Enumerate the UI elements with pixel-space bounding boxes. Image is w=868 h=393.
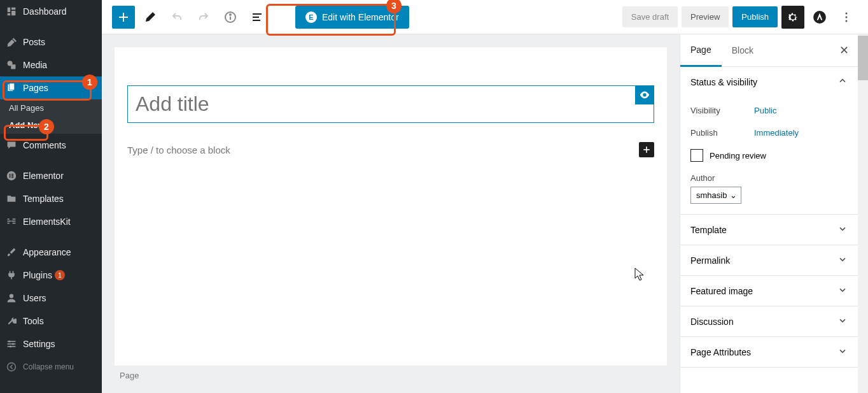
pages-submenu: All Pages Add New (0, 99, 102, 134)
wrench-icon (5, 315, 18, 327)
edit-with-elementor-button[interactable]: E Edit with Elementor (295, 6, 409, 29)
panel-header-template[interactable]: Template (680, 215, 858, 245)
sidebar-item-label: Media (23, 60, 47, 70)
sidebar-item-label: Plugins (23, 270, 52, 280)
sidebar-item-label: Tools (23, 316, 44, 326)
row-pending-review: Pending review (690, 144, 848, 169)
pin-icon (5, 36, 18, 48)
sidebar-item-comments[interactable]: Comments (0, 134, 102, 157)
chevron-down-icon (837, 346, 848, 358)
admin-sidebar: Dashboard Posts Media Pages All Pages Ad… (0, 0, 102, 393)
chevron-down-icon (837, 315, 848, 327)
sidebar-item-settings[interactable]: Settings (0, 332, 102, 355)
sidebar-item-posts[interactable]: Posts (0, 31, 102, 54)
title-input[interactable] (127, 85, 654, 123)
dashboard-icon (5, 5, 18, 18)
sidebar-item-label: Posts (23, 37, 45, 47)
svg-rect-17 (8, 343, 16, 345)
editor-main: E Edit with Elementor Save draft Preview… (102, 0, 868, 393)
submenu-add-new[interactable]: Add New (0, 117, 102, 134)
tab-block[interactable]: Block (722, 35, 764, 66)
panel-header-permalink[interactable]: Permalink (680, 245, 858, 275)
scrollbar-thumb[interactable] (858, 36, 868, 80)
sidebar-item-collapse[interactable]: Collapse menu (0, 355, 102, 378)
svg-point-33 (846, 16, 848, 18)
panel-title: Permalink (690, 255, 730, 266)
panel-page-attributes: Page Attributes (680, 337, 858, 368)
visibility-eye-icon[interactable] (635, 85, 654, 104)
svg-point-31 (813, 11, 826, 24)
redo-button[interactable] (192, 6, 215, 29)
edit-icon[interactable] (139, 6, 162, 29)
submenu-all-pages[interactable]: All Pages (0, 99, 102, 117)
publish-value[interactable]: Immediately (754, 128, 799, 138)
elementor-btn-label: Edit with Elementor (322, 12, 399, 22)
sidebar-item-appearance[interactable]: Appearance (0, 241, 102, 264)
panel-title: Template (690, 225, 727, 235)
close-panel-button[interactable]: ✕ (830, 38, 858, 62)
tab-page[interactable]: Page (680, 34, 722, 67)
svg-point-19 (8, 340, 10, 342)
block-area: Type / to choose a block (127, 142, 654, 157)
svg-rect-36 (643, 149, 650, 150)
svg-point-20 (12, 343, 14, 345)
panel-title: Featured image (690, 286, 753, 296)
svg-rect-14 (13, 223, 16, 224)
sidebar-item-label: Collapse menu (23, 362, 74, 371)
row-publish: Publish Immediately (690, 122, 848, 144)
pending-review-label: Pending review (710, 151, 766, 161)
svg-rect-3 (10, 83, 15, 90)
astra-icon[interactable] (808, 6, 831, 29)
settings-toggle-button[interactable] (781, 6, 804, 29)
sidebar-item-label: Dashboard (23, 6, 67, 17)
panel-template: Template (680, 215, 858, 245)
panel-header-page-attributes[interactable]: Page Attributes (680, 337, 858, 367)
publish-button[interactable]: Publish (732, 6, 778, 27)
scrollbar[interactable] (858, 34, 868, 393)
sidebar-item-tools[interactable]: Tools (0, 310, 102, 332)
panel-header-discussion[interactable]: Discussion (680, 306, 858, 336)
svg-point-34 (846, 20, 848, 22)
sidebar-item-pages[interactable]: Pages (0, 76, 102, 99)
info-button[interactable] (219, 6, 242, 29)
plug-icon (5, 269, 18, 282)
block-placeholder[interactable]: Type / to choose a block (127, 145, 230, 155)
svg-rect-12 (13, 218, 16, 220)
panel-header-status[interactable]: Status & visibility (680, 67, 858, 97)
visibility-value[interactable]: Public (754, 106, 776, 115)
elementskit-icon (5, 215, 18, 228)
breadcrumb-page: Page (115, 366, 667, 380)
svg-point-21 (10, 345, 11, 347)
sidebar-item-elementskit[interactable]: ElementsKit (0, 210, 102, 233)
sidebar-item-elementor[interactable]: Elementor (0, 164, 102, 187)
panel-header-featured-image[interactable]: Featured image (680, 276, 858, 306)
sidebar-item-plugins[interactable]: Plugins 1 (0, 264, 102, 287)
pending-review-checkbox[interactable] (690, 149, 703, 162)
svg-rect-10 (8, 220, 11, 222)
svg-rect-8 (11, 177, 13, 178)
preview-button[interactable]: Preview (682, 6, 729, 27)
svg-point-15 (10, 294, 13, 298)
svg-rect-28 (253, 13, 262, 15)
sidebar-item-media[interactable]: Media (0, 54, 102, 76)
sidebar-item-templates[interactable]: Templates (0, 187, 102, 210)
sidebar-item-dashboard[interactable]: Dashboard (0, 0, 102, 23)
svg-rect-7 (11, 175, 13, 176)
add-block-button[interactable] (639, 142, 654, 157)
svg-point-32 (846, 12, 848, 14)
sidebar-item-label: ElementsKit (23, 217, 71, 227)
elementor-icon (5, 169, 18, 182)
sidebar-item-users[interactable]: Users (0, 287, 102, 310)
author-select[interactable]: smhasib (690, 187, 741, 204)
add-block-toolbar-button[interactable] (112, 6, 135, 29)
svg-rect-29 (253, 17, 259, 18)
panel-featured-image: Featured image (680, 276, 858, 306)
editor-column: Type / to choose a block Page (102, 34, 680, 393)
more-options-button[interactable] (835, 6, 858, 29)
content-area: Type / to choose a block Page Page Block… (102, 34, 868, 393)
save-draft-button[interactable]: Save draft (622, 6, 678, 27)
outline-button[interactable] (246, 6, 269, 29)
undo-button[interactable] (165, 6, 188, 29)
settings-panel: Page Block ✕ Status & visibility Visibil… (680, 34, 858, 393)
svg-rect-30 (253, 20, 260, 21)
